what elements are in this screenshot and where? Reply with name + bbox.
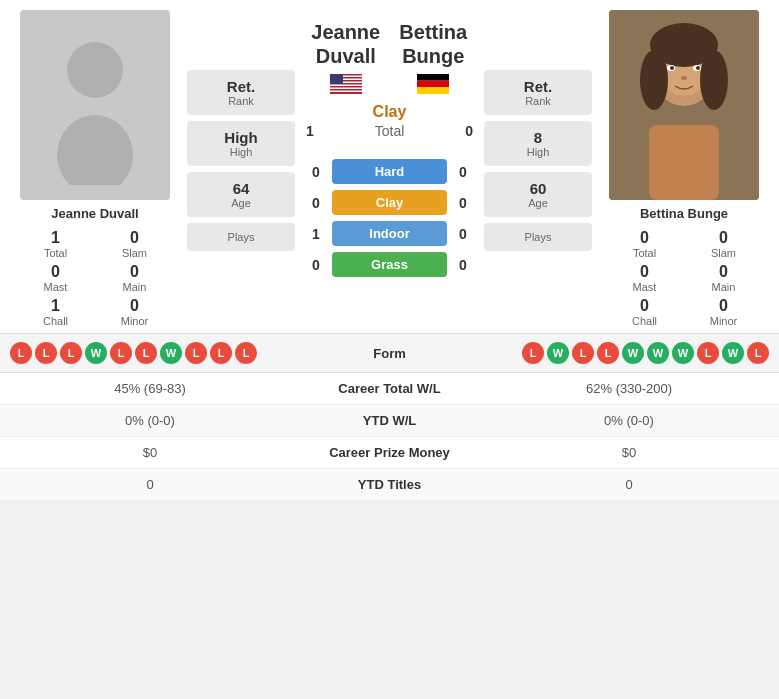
form-bubble: W <box>647 342 669 364</box>
career-stats-rows: 45% (69-83) Career Total W/L 62% (330-20… <box>0 372 779 501</box>
svg-point-22 <box>696 66 700 70</box>
right-main-wins: 0 Main <box>688 263 759 293</box>
stats-row: $0 Career Prize Money $0 <box>0 437 779 469</box>
right-player-photo <box>609 10 759 200</box>
form-bubble: L <box>235 342 257 364</box>
left-rank-box: Ret. Rank <box>187 70 295 115</box>
clay-left: 0 <box>306 195 326 211</box>
hard-right: 0 <box>453 164 473 180</box>
form-bubble: L <box>572 342 594 364</box>
form-bubble: L <box>185 342 207 364</box>
right-player-name: Bettina Bunge <box>640 206 728 221</box>
grass-row: 0 Grass 0 <box>302 252 477 277</box>
grass-button[interactable]: Grass <box>332 252 447 277</box>
left-stats-panel: Ret. Rank High High 64 Age Plays <box>186 10 296 327</box>
clay-right: 0 <box>453 195 473 211</box>
left-age-box: 64 Age <box>187 172 295 217</box>
svg-point-1 <box>57 115 133 185</box>
stats-left-value: 0 <box>0 477 300 492</box>
svg-rect-10 <box>417 74 449 81</box>
total-label: Total <box>375 123 405 139</box>
right-high-box: 8 High <box>484 121 592 166</box>
stats-row: 0% (0-0) YTD W/L 0% (0-0) <box>0 405 779 437</box>
svg-point-17 <box>640 50 668 110</box>
grass-right: 0 <box>453 257 473 273</box>
indoor-button[interactable]: Indoor <box>332 221 447 246</box>
right-total-wins: 0 Total <box>609 229 680 259</box>
right-name-display: Bettina Bunge <box>390 20 478 68</box>
svg-rect-9 <box>330 74 343 84</box>
stats-label: Career Prize Money <box>300 445 479 460</box>
stats-right-value: 0 <box>479 477 779 492</box>
surface-rows: 0 Hard 0 0 Clay 0 1 Indoor 0 0 Grass <box>302 159 477 283</box>
clay-row: 0 Clay 0 <box>302 190 477 215</box>
left-form-bubbles: LLLWLLWLLL <box>10 342 257 364</box>
right-player-card: Bettina Bunge 0 Total 0 Slam 0 Mast 0 Ma… <box>599 10 769 327</box>
hard-button[interactable]: Hard <box>332 159 447 184</box>
form-bubble: L <box>747 342 769 364</box>
grass-left: 0 <box>306 257 326 273</box>
right-slam-wins: 0 Slam <box>688 229 759 259</box>
right-flag <box>417 74 449 97</box>
right-stats-panel: Ret. Rank 8 High 60 Age Plays <box>483 10 593 327</box>
form-bubble: L <box>135 342 157 364</box>
svg-rect-11 <box>417 81 449 88</box>
middle-section: Jeanne Duvall Bettina Bunge <box>302 10 477 327</box>
indoor-right: 0 <box>453 226 473 242</box>
form-bubble: W <box>160 342 182 364</box>
hard-row: 0 Hard 0 <box>302 159 477 184</box>
form-section: LLLWLLWLLL Form LWLLWWWLWL <box>0 333 779 372</box>
hard-left: 0 <box>306 164 326 180</box>
stats-row: 45% (69-83) Career Total W/L 62% (330-20… <box>0 373 779 405</box>
right-chall-wins: 0 Chall <box>609 297 680 327</box>
total-right-score: 0 <box>465 123 473 139</box>
form-bubble: W <box>547 342 569 364</box>
stats-right-value: $0 <box>479 445 779 460</box>
svg-rect-24 <box>649 125 719 200</box>
right-plays-box: Plays <box>484 223 592 251</box>
right-player-stats: 0 Total 0 Slam 0 Mast 0 Main 0 Chall <box>609 229 759 327</box>
right-rank-box: Ret. Rank <box>484 70 592 115</box>
left-name-display: Jeanne Duvall <box>302 20 390 68</box>
indoor-left: 1 <box>306 226 326 242</box>
stats-label: YTD W/L <box>300 413 479 428</box>
indoor-row: 1 Indoor 0 <box>302 221 477 246</box>
flags-row <box>302 74 477 97</box>
left-total-wins: 1 Total <box>20 229 91 259</box>
total-left-score: 1 <box>306 123 314 139</box>
main-container: Jeanne Duvall 1 Total 0 Slam 0 Mast 0 Ma… <box>0 0 779 501</box>
svg-rect-6 <box>330 85 362 87</box>
form-bubble: L <box>110 342 132 364</box>
left-player-name: Jeanne Duvall <box>51 206 138 221</box>
total-row: 1 Total 0 <box>302 123 477 139</box>
stats-label: Career Total W/L <box>300 381 479 396</box>
stats-row: 0 YTD Titles 0 <box>0 469 779 501</box>
surface-label: Clay <box>373 103 407 121</box>
stats-left-value: 45% (69-83) <box>0 381 300 396</box>
form-bubble: L <box>10 342 32 364</box>
form-bubble: W <box>672 342 694 364</box>
svg-point-23 <box>681 76 687 80</box>
left-minor-wins: 0 Minor <box>99 297 170 327</box>
left-player-photo <box>20 10 170 200</box>
svg-rect-7 <box>330 88 362 90</box>
clay-button[interactable]: Clay <box>332 190 447 215</box>
form-bubble: W <box>85 342 107 364</box>
right-mast-wins: 0 Mast <box>609 263 680 293</box>
left-flag <box>330 74 362 97</box>
form-bubble: L <box>60 342 82 364</box>
form-bubble: W <box>622 342 644 364</box>
form-bubble: L <box>597 342 619 364</box>
stats-left-value: $0 <box>0 445 300 460</box>
left-player-stats: 1 Total 0 Slam 0 Mast 0 Main 1 Chall <box>20 229 170 327</box>
svg-rect-8 <box>330 91 362 93</box>
svg-rect-12 <box>417 87 449 94</box>
form-bubble: L <box>210 342 232 364</box>
form-label: Form <box>373 346 406 361</box>
left-slam-wins: 0 Slam <box>99 229 170 259</box>
right-age-box: 60 Age <box>484 172 592 217</box>
form-bubble: L <box>35 342 57 364</box>
right-minor-wins: 0 Minor <box>688 297 759 327</box>
stats-right-value: 0% (0-0) <box>479 413 779 428</box>
form-bubble: W <box>722 342 744 364</box>
